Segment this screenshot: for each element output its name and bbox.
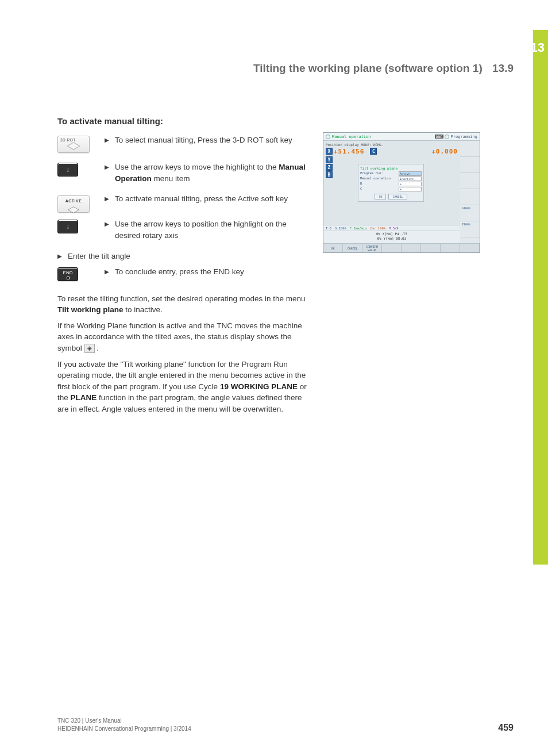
triangle-bullet-icon: ▶ <box>105 193 115 205</box>
softkey-empty[interactable] <box>421 244 441 252</box>
coordinate-row: X +51.456 C +0.000 <box>323 148 460 155</box>
triangle-bullet-icon: ▶ <box>105 162 115 184</box>
key-label: END <box>63 270 73 275</box>
triangle-bullet-icon: ▶ <box>105 135 115 146</box>
operating-mode: Manual operation <box>332 135 371 139</box>
status-item: T 6 <box>326 227 331 230</box>
dialog-cancel-button[interactable]: CANCEL <box>388 194 407 199</box>
axis-c-badge: C <box>370 148 377 155</box>
axis-b-value-field[interactable]: + <box>399 182 422 186</box>
tnc-sidebar: S100% F100% <box>460 141 480 243</box>
softkey-3d-rot[interactable]: 3D ROT <box>57 136 90 153</box>
softkey-ok[interactable]: OK <box>323 244 343 252</box>
sidebar-override-f[interactable]: F100% <box>460 221 480 237</box>
dialog-axis-b: B <box>360 182 362 186</box>
step-2: ▶ Use the arrow keys to move the highlig… <box>57 162 313 187</box>
axis-b-badge: B <box>326 171 333 178</box>
status-item: S 2000 <box>335 227 346 230</box>
content-area: To activate manual tilting: 3D ROT ▶ To … <box>57 115 313 415</box>
dialog-ok-button[interactable]: OK <box>375 194 386 199</box>
paragraph-reset: To reset the tilting function, set the d… <box>57 293 313 316</box>
c-value: +0.000 <box>431 148 458 155</box>
tnc-main: Position display MODE: NOML. X +51.456 C… <box>323 141 460 243</box>
tilt-working-plane-dialog: Tilt working plane Program run: Active M… <box>358 164 424 202</box>
page-header: Tilting the working plane (software opti… <box>253 62 514 75</box>
page-footer: TNC 320 | User's Manual HEIDENHAIN Conve… <box>57 717 191 733</box>
axis-y-badge: Y <box>326 156 333 163</box>
status-item: Ovr 100% <box>371 227 386 230</box>
page-number: 459 <box>498 723 514 733</box>
softkey-empty[interactable] <box>460 244 480 252</box>
triangle-bullet-icon: ▶ <box>105 218 115 241</box>
sidebar-pad[interactable] <box>460 173 480 189</box>
section-heading: To activate manual tilting: <box>57 115 313 128</box>
softkey-cancel[interactable]: CANCEL <box>343 244 362 252</box>
dialog-label: Manual operation <box>360 176 391 181</box>
position-display-label: Position display MODE: NOML. <box>323 141 460 148</box>
dialog-axis-c: C <box>360 187 362 191</box>
softkey-empty[interactable] <box>382 244 402 252</box>
footer-line-1: TNC 320 | User's Manual <box>57 717 191 725</box>
step-3: ACTIVE ▶ To activate manual tilting, pre… <box>57 193 313 213</box>
sidebar-pad[interactable] <box>460 189 480 205</box>
square-icon <box>67 277 70 279</box>
tilted-plane-symbol-icon: ◈ <box>84 344 95 353</box>
circle-icon <box>326 135 330 139</box>
sidebar-pad[interactable] <box>460 157 480 173</box>
hardkey-arrow-down[interactable] <box>57 163 78 176</box>
step-text: Use the arrow keys to position the highl… <box>115 218 313 241</box>
status-line-1: 0% X[Nm] P4 -T5 <box>323 231 460 236</box>
dnc-badge: DNC <box>435 135 443 139</box>
hardkey-end[interactable]: END <box>57 267 78 281</box>
step-text: Use the arrow keys to move the highlight… <box>115 162 313 184</box>
x-value: +51.456 <box>334 148 364 155</box>
softkey-active[interactable]: ACTIVE <box>57 195 90 213</box>
plane-icon <box>67 142 80 149</box>
sidebar-pad[interactable] <box>460 141 480 157</box>
step-1: 3D ROT ▶ To select manual tilting, Press… <box>57 135 313 156</box>
enter-tilt-angle: ▶ Enter the tilt angle <box>57 251 313 262</box>
paragraph-program-run: If you activate the "Tilt working plane"… <box>57 359 313 415</box>
step-end: END ▶ To conclude entry, press the END k… <box>57 266 313 283</box>
sidebar-override-s[interactable]: S100% <box>460 205 480 221</box>
axis-z-badge: Z <box>326 164 333 171</box>
step-4: ▶ Use the arrow keys to position the hig… <box>57 218 313 244</box>
secondary-mode: Programming <box>451 135 477 139</box>
tnc-titlebar: Manual operation DNC Programming <box>323 133 480 141</box>
softkey-empty[interactable] <box>402 244 421 252</box>
dialog-label: Program run: <box>360 171 383 176</box>
step-text: To activate manual tilting, press the Ac… <box>115 193 313 205</box>
status-item: M 5/9 <box>389 227 399 230</box>
dialog-title: Tilt working plane <box>360 166 422 170</box>
tnc-status-bar: T 6 S 2000 F 3mm/min Ovr 100% M 5/9 0% X… <box>323 225 460 243</box>
header-section: 13.9 <box>492 62 514 74</box>
tnc-screen: Manual operation DNC Programming Positio… <box>323 132 480 253</box>
softkey-label: ACTIVE <box>59 198 88 204</box>
manual-operation-field[interactable]: Inactive <box>399 176 422 181</box>
plane-icon <box>68 206 79 213</box>
footer-line-2: HEIDENHAIN Conversational Programming | … <box>57 725 191 733</box>
status-item: F 3mm/min <box>350 227 367 230</box>
chapter-tab <box>533 30 548 565</box>
tnc-softkey-row: OK CANCEL CONFIRM VALUE <box>323 243 480 252</box>
softkey-empty[interactable] <box>441 244 460 252</box>
step-text: To select manual tilting, Press the 3-D … <box>115 135 313 146</box>
step-text: To conclude entry, press the END key <box>115 266 313 278</box>
axis-x-badge: X <box>326 148 333 155</box>
gear-icon <box>445 135 449 139</box>
paragraph-symbol: If the Working Plane function is active … <box>57 320 313 354</box>
step-text: Enter the tilt angle <box>68 251 130 262</box>
triangle-bullet-icon: ▶ <box>105 266 115 278</box>
axis-c-value-field[interactable]: + <box>399 187 422 191</box>
chapter-number: 13 <box>531 40 545 55</box>
status-line-2: 0% Y[Nm] 08:03 <box>323 236 460 240</box>
softkey-confirm-value[interactable]: CONFIRM VALUE <box>362 244 382 252</box>
triangle-bullet-icon: ▶ <box>57 251 68 262</box>
header-title: Tilting the working plane (software opti… <box>253 62 483 74</box>
program-run-field[interactable]: Active <box>399 171 422 176</box>
hardkey-arrow-down[interactable] <box>57 220 78 233</box>
